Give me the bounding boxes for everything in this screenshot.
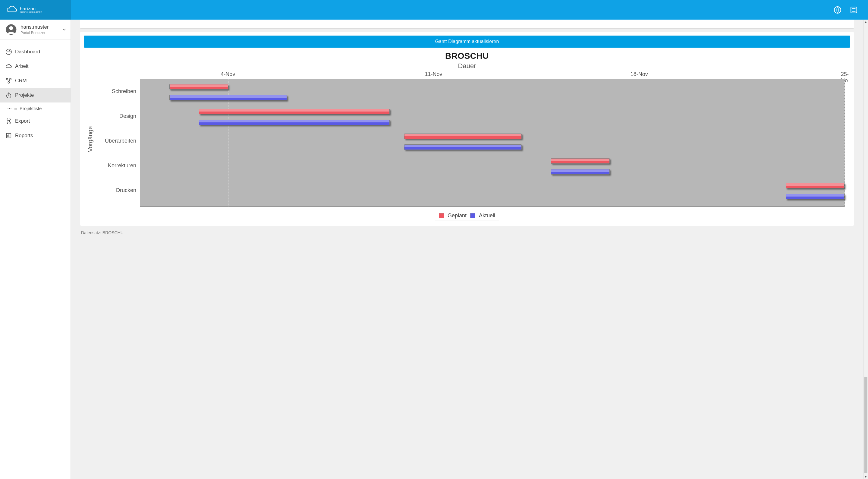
gantt-chart: BROSCHU Dauer Vorgänge SchreibenDesignÜb… <box>84 50 850 222</box>
nav-label: Reports <box>15 132 33 139</box>
legend-label: Geplant <box>447 212 467 219</box>
dataset-footer: Datensatz: BROSCHU <box>80 226 854 236</box>
nav-projekte[interactable]: Projekte <box>0 88 70 102</box>
legend-swatch-geplant <box>439 213 444 218</box>
chevron-down-icon <box>61 27 67 32</box>
crm-icon <box>5 78 12 84</box>
task-name: Drucken <box>95 178 140 203</box>
report-icon <box>5 132 12 139</box>
chart-legend: Geplant Aktuell <box>435 211 499 220</box>
dashboard-icon <box>5 49 12 55</box>
task-name: Design <box>95 104 140 128</box>
svg-point-7 <box>8 82 10 84</box>
nav-crm[interactable]: CRM <box>0 73 70 88</box>
nav-projektliste[interactable]: ⋯ Projektliste <box>0 102 70 114</box>
x-axis-ticks: 4-Nov11-Nov18-Nov25-No <box>140 71 845 79</box>
topbar: horizon technologies.gmbh <box>0 0 868 20</box>
gantt-bar-geplant[interactable] <box>169 84 228 90</box>
x-tick: 18-Nov <box>630 71 648 78</box>
scroll-down-icon[interactable]: ▼ <box>864 475 867 479</box>
stopwatch-icon <box>5 92 12 98</box>
cloud-icon <box>6 6 18 14</box>
refresh-gantt-button[interactable]: Gantt Diagramm aktualisieren <box>84 36 850 48</box>
list-small-icon <box>13 106 18 110</box>
gantt-bar-geplant[interactable] <box>551 158 610 164</box>
card-top-empty <box>80 20 854 29</box>
task-name: Korrekturen <box>95 153 140 178</box>
gantt-bar-geplant[interactable] <box>199 109 390 114</box>
gantt-card: Gantt Diagramm aktualisieren BROSCHU Dau… <box>80 32 854 226</box>
gantt-bar-aktuell[interactable] <box>169 95 287 100</box>
legend-swatch-aktuell <box>470 213 475 218</box>
chart-ylabel: Vorgänge <box>87 126 94 152</box>
dots-icon: ⋯ <box>7 106 12 111</box>
user-name: hans.muster <box>21 24 61 30</box>
main: Gantt Diagramm aktualisieren BROSCHU Dau… <box>71 20 863 479</box>
task-name: Überarbeiten <box>95 128 140 153</box>
nav-sub-label: Projektliste <box>20 106 41 111</box>
command-icon <box>5 118 12 124</box>
svg-point-3 <box>9 26 13 30</box>
gantt-bar-geplant[interactable] <box>404 133 522 139</box>
gantt-bar-aktuell[interactable] <box>404 144 522 150</box>
chart-xlabel: Dauer <box>84 62 850 70</box>
sidebar: hans.muster Portal Benutzer Dashboard Ar… <box>0 20 71 479</box>
user-role: Portal Benutzer <box>21 31 61 35</box>
cloud-icon <box>5 63 12 70</box>
nav-label: Arbeit <box>15 63 28 69</box>
gantt-bar-aktuell[interactable] <box>199 120 390 125</box>
avatar-icon <box>5 24 17 35</box>
nav-label: Export <box>15 118 30 124</box>
nav-dashboard[interactable]: Dashboard <box>0 44 70 59</box>
nav-reports[interactable]: Reports <box>0 128 70 143</box>
list-icon[interactable] <box>850 6 858 14</box>
nav-label: CRM <box>15 78 27 84</box>
window-scrollbar[interactable]: ▲ ▼ <box>863 20 868 479</box>
task-name: Schreiben <box>95 79 140 104</box>
scroll-thumb[interactable] <box>864 377 867 473</box>
user-menu[interactable]: hans.muster Portal Benutzer <box>0 20 70 40</box>
brand-sub: technologies.gmbh <box>20 11 42 13</box>
x-tick: 11-Nov <box>425 71 442 78</box>
chart-title: BROSCHU <box>84 51 850 61</box>
nav-label: Dashboard <box>15 49 40 55</box>
gantt-bar-aktuell[interactable] <box>786 194 844 199</box>
nav-arbeit[interactable]: Arbeit <box>0 59 70 73</box>
gantt-bar-geplant[interactable] <box>786 183 844 188</box>
nav: Dashboard Arbeit CRM Projekte ⋯ Projektl… <box>0 40 70 143</box>
nav-label: Projekte <box>15 92 34 98</box>
brand-block[interactable]: horizon technologies.gmbh <box>0 0 71 20</box>
legend-label: Aktuell <box>479 212 495 219</box>
brand-name: horizon <box>20 6 42 11</box>
task-names: SchreibenDesignÜberarbeitenKorrekturenDr… <box>95 71 140 207</box>
nav-export[interactable]: Export <box>0 114 70 128</box>
gantt-bar-aktuell[interactable] <box>551 169 610 175</box>
plot-area <box>140 79 845 207</box>
globe-icon[interactable] <box>834 6 841 14</box>
x-tick: 4-Nov <box>221 71 235 78</box>
scroll-up-icon[interactable]: ▲ <box>864 20 867 24</box>
